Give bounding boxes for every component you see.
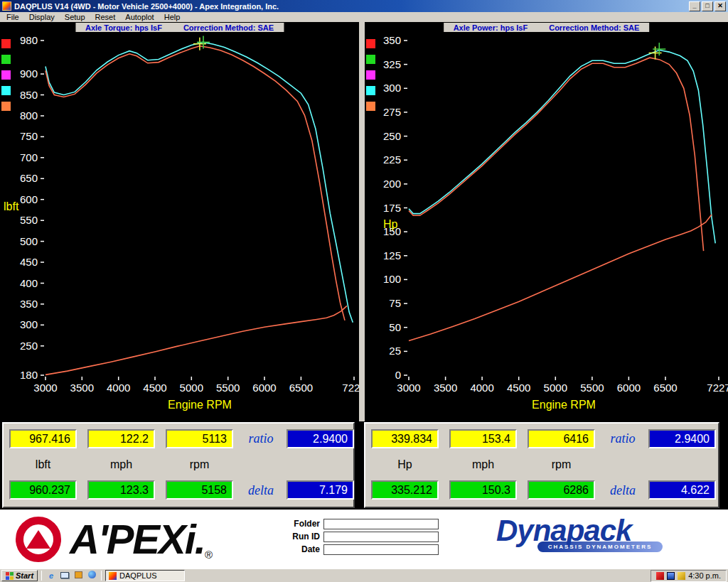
power-chart-title: Axle Power: hps IsF: [454, 23, 528, 32]
legend-swatch[interactable]: [1, 39, 11, 48]
legend-swatch[interactable]: [366, 102, 375, 111]
svg-text:350: 350: [20, 298, 38, 310]
svg-text:225: 225: [383, 153, 401, 166]
torque-chart-plot[interactable]: 1802503003504004505005506006507007508008…: [0, 22, 359, 421]
svg-text:6500: 6500: [653, 382, 677, 394]
date-label: Date: [282, 544, 320, 554]
ie-icon[interactable]: e: [46, 571, 57, 581]
torque-peak-mph: 123.3: [87, 480, 155, 500]
menu-reset[interactable]: Reset: [90, 12, 121, 22]
tray-antivirus-icon[interactable]: [656, 572, 664, 580]
rpm-unit-label: rpm: [166, 458, 233, 471]
svg-text:175: 175: [383, 202, 401, 214]
power-peak-mph: 150.3: [449, 480, 517, 500]
dynapack-banner: CHASSIS DYNAMOMETERS: [537, 541, 663, 552]
menu-help[interactable]: Help: [159, 12, 186, 22]
svg-text:6000: 6000: [252, 382, 276, 394]
svg-text:250: 250: [383, 130, 401, 142]
legend-swatch[interactable]: [366, 39, 375, 48]
svg-text:450: 450: [20, 256, 38, 268]
torque-correction-label: Correction Method: SAE: [183, 23, 274, 32]
power-correction-label: Correction Method: SAE: [549, 23, 639, 32]
daqplus-window: DAQPLUS V14 (4WD - Motor Vehicle 2500+40…: [0, 0, 728, 582]
main-area: Axle Torque: hps IsF Correction Method: …: [0, 22, 728, 510]
window-title: DAQPLUS V14 (4WD - Motor Vehicle 2500+40…: [14, 2, 687, 11]
svg-text:275: 275: [383, 106, 401, 118]
svg-text:250: 250: [20, 340, 38, 352]
svg-text:5500: 5500: [580, 382, 604, 394]
torque-delta-value: 7.179: [287, 480, 354, 500]
chart-divider: [359, 22, 365, 421]
date-input[interactable]: [323, 544, 439, 555]
folder-field-row: Folder: [282, 518, 439, 529]
svg-text:6500: 6500: [289, 382, 313, 394]
power-chart-header: Axle Power: hps IsF Correction Method: S…: [444, 23, 650, 32]
svg-text:4500: 4500: [143, 382, 166, 394]
svg-text:5000: 5000: [544, 382, 567, 394]
svg-text:5500: 5500: [216, 382, 240, 394]
folder-input[interactable]: [323, 519, 439, 529]
svg-text:800: 800: [20, 109, 38, 122]
power-ratio-value: 2.9400: [648, 429, 716, 448]
taskbar-clock: 4:30 p.m.: [688, 571, 721, 580]
taskbar-separator: [41, 571, 42, 581]
menu-setup[interactable]: Setup: [60, 12, 90, 22]
legend-swatch[interactable]: [1, 55, 11, 64]
mph-unit-label: mph: [87, 458, 155, 471]
dynapack-logo: Dynapack CHASSIS DYNAMOMETERS: [496, 515, 663, 552]
close-button[interactable]: ✕: [714, 1, 726, 11]
svg-text:4500: 4500: [507, 382, 530, 394]
power-legend: [366, 39, 375, 117]
outlook-icon[interactable]: [73, 571, 84, 581]
menu-autoplot[interactable]: Autoplot: [120, 12, 159, 22]
minimize-button[interactable]: _: [689, 1, 700, 11]
run-id-label: Run ID: [282, 532, 320, 541]
system-tray: 4:30 p.m.: [651, 570, 727, 582]
torque-cursor-mph: 122.2: [87, 429, 155, 448]
start-button[interactable]: Start: [1, 570, 38, 581]
registered-mark: ®: [205, 549, 213, 561]
power-delta-label: delta: [601, 483, 644, 498]
legend-swatch[interactable]: [1, 102, 11, 111]
apex-logo-mark: [16, 517, 61, 562]
torque-cursor-value: 967.416: [9, 429, 77, 448]
torque-readout-panel: 967.416 122.2 5113 ratio 2.9400 lbft mph…: [2, 422, 355, 508]
svg-text:5000: 5000: [180, 382, 203, 394]
torque-peak-value: 960.237: [9, 480, 77, 500]
svg-text:3000: 3000: [33, 382, 57, 394]
power-readout-panel: 339.834 153.4 6416 ratio 2.9400 Hp mph r…: [364, 422, 719, 508]
svg-text:75: 75: [389, 297, 401, 309]
svg-text:550: 550: [20, 214, 38, 226]
power-chart: Axle Power: hps IsF Correction Method: S…: [365, 22, 728, 421]
legend-swatch[interactable]: [366, 70, 375, 80]
torque-cursor-rpm: 5113: [166, 429, 233, 448]
show-desktop-icon[interactable]: [59, 571, 70, 581]
media-player-icon[interactable]: [86, 571, 97, 581]
run-id-input[interactable]: [323, 532, 439, 542]
footer: A'PEXi. ® Folder Run ID Date Dynapack CH…: [0, 510, 728, 568]
power-cursor-value: 339.834: [371, 429, 439, 448]
svg-text:300: 300: [383, 82, 401, 94]
svg-text:650: 650: [20, 172, 38, 184]
date-field-row: Date: [282, 544, 439, 555]
dynapack-subtitle: CHASSIS DYNAMOMETERS: [548, 544, 653, 550]
legend-swatch[interactable]: [366, 86, 375, 95]
svg-text:7227: 7227: [342, 382, 359, 394]
torque-ratio-label: ratio: [240, 431, 282, 446]
daqplus-task-icon: [109, 572, 117, 580]
taskbar: Start e DAQPLUS 4:30 p.m.: [0, 568, 728, 582]
legend-swatch[interactable]: [1, 70, 11, 80]
maximize-button[interactable]: □: [702, 1, 713, 11]
svg-text:100: 100: [383, 273, 401, 285]
svg-text:25: 25: [389, 345, 401, 357]
windows-flag-icon: [6, 572, 14, 580]
menu-display[interactable]: Display: [24, 12, 60, 22]
daqplus-task-button[interactable]: DAQPLUS: [105, 570, 185, 581]
power-chart-plot[interactable]: 0255075100125150175200225250275300325350…: [365, 22, 728, 421]
legend-swatch[interactable]: [366, 55, 375, 64]
tray-display-icon[interactable]: [667, 572, 675, 580]
menu-file[interactable]: File: [1, 12, 24, 22]
legend-swatch[interactable]: [1, 86, 11, 95]
tray-volume-icon[interactable]: [678, 572, 685, 580]
hp-unit-label: Hp: [371, 458, 439, 471]
